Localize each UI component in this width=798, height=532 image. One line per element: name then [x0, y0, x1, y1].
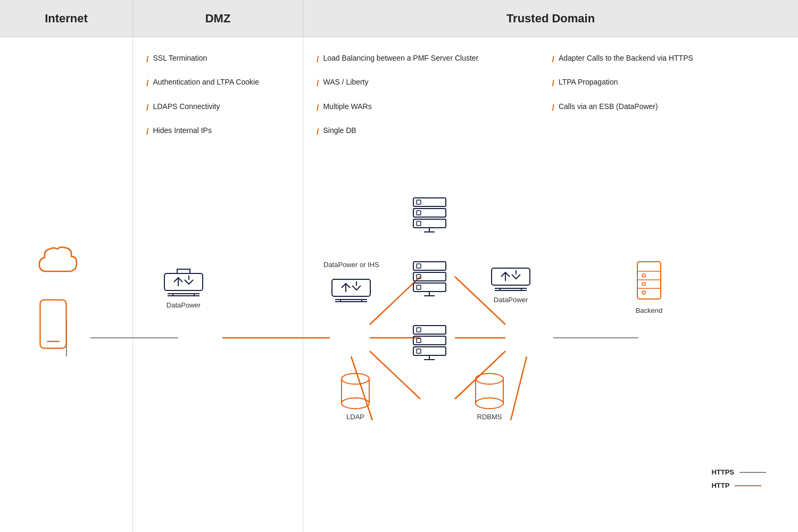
dmz-features: /SSL Termination/Authentication and LTPA…: [133, 37, 303, 138]
feature-text: LDAPS Connectivity: [153, 102, 220, 112]
svg-point-63: [476, 373, 503, 384]
svg-point-72: [642, 282, 645, 286]
ldap-container: LDAP: [339, 372, 371, 421]
server-bottom-icon: [412, 325, 447, 362]
svg-point-66: [476, 398, 503, 409]
svg-rect-67: [637, 262, 661, 299]
trusted-feature-item-right: /LTPA Propagation: [552, 77, 783, 89]
svg-rect-28: [413, 198, 446, 206]
datapower-ihs-icon: [330, 272, 372, 304]
svg-rect-41: [417, 285, 421, 289]
slash-icon: /: [146, 54, 148, 65]
server-mid-container: [412, 261, 447, 298]
server-top-container: [412, 197, 447, 234]
svg-rect-52: [492, 268, 530, 285]
trusted-feature-item-left: /Multiple WARs: [317, 102, 547, 114]
svg-rect-49: [417, 349, 421, 353]
header-dmz: DMZ: [133, 0, 303, 37]
trusted-features: /Load Balancing between a PMF Server Clu…: [303, 37, 798, 150]
feature-text: Hides Internal IPs: [153, 126, 212, 136]
svg-point-71: [642, 274, 645, 277]
slash-icon: /: [146, 102, 148, 114]
internet-label: Internet: [45, 12, 88, 26]
cloud-icon-container: [37, 245, 80, 279]
server-top-icon: [412, 197, 447, 234]
legend-http: HTTP: [711, 481, 766, 489]
trusted-feature-item-left: /WAS / Liberty: [317, 77, 547, 89]
slash-icon: /: [146, 78, 148, 89]
phone-icon: [35, 298, 72, 351]
svg-rect-40: [413, 283, 446, 292]
slash-icon: /: [317, 102, 319, 114]
slash-icon: /: [317, 126, 319, 138]
phone-icon-container: [35, 298, 72, 351]
trusted-features-right: /Adapter Calls to the Backend via HTTPS/…: [552, 53, 788, 150]
svg-rect-47: [417, 338, 421, 343]
svg-rect-31: [417, 211, 421, 215]
feature-text: Adapter Calls to the Backend via HTTPS: [559, 53, 693, 64]
rdbms-icon: [473, 372, 505, 410]
trusted-feature-item-right: /Calls via an ESB (DataPower): [552, 102, 783, 114]
trusted-feature-item-left: /Load Balancing between a PMF Server Clu…: [317, 53, 547, 65]
https-label: HTTPS: [711, 468, 734, 476]
header-row: Internet DMZ Trusted Domain: [0, 0, 798, 37]
feature-text: Load Balancing between a PMF Server Clus…: [323, 53, 478, 64]
trusted-label: Trusted Domain: [506, 12, 595, 26]
feature-text: SSL Termination: [153, 53, 207, 64]
zone-internet: [0, 37, 133, 532]
trusted-features-left: /Load Balancing between a PMF Server Clu…: [317, 53, 552, 150]
legend: HTTPS HTTP: [711, 468, 766, 489]
svg-point-59: [342, 373, 369, 384]
svg-rect-48: [413, 347, 446, 355]
datapower-trusted-icon: [489, 261, 532, 293]
svg-rect-38: [413, 272, 446, 281]
svg-rect-37: [417, 264, 421, 268]
dmz-feature-item: /Hides Internal IPs: [146, 126, 292, 138]
svg-rect-45: [417, 328, 421, 332]
legend-https: HTTPS: [711, 468, 766, 476]
feature-text: LTPA Propagation: [559, 77, 618, 88]
svg-point-62: [342, 398, 369, 409]
svg-rect-33: [417, 221, 421, 226]
feature-text: Single DB: [323, 126, 356, 136]
dmz-feature-item: /SSL Termination: [146, 53, 292, 65]
cloud-icon: [37, 245, 80, 279]
dmz-label: DMZ: [205, 12, 231, 26]
ldap-icon: [339, 372, 371, 410]
svg-rect-14: [164, 273, 203, 290]
trusted-feature-item-left: /Single DB: [317, 126, 547, 138]
datapower-dmz-container: DataPower: [162, 266, 205, 309]
rdbms-container: RDBMS: [473, 372, 505, 421]
header-trusted: Trusted Domain: [303, 0, 798, 37]
svg-rect-30: [413, 209, 446, 217]
slash-icon: /: [552, 102, 554, 114]
server-bottom-container: [412, 325, 447, 362]
svg-rect-29: [417, 200, 421, 204]
backend-label: Backend: [636, 306, 663, 314]
http-label: HTTP: [711, 481, 729, 489]
slash-icon: /: [552, 54, 554, 65]
slash-icon: /: [317, 78, 319, 89]
backend-icon: [633, 261, 665, 303]
dmz-feature-item: /Authentication and LTPA Cookie: [146, 77, 292, 89]
svg-rect-46: [413, 336, 446, 345]
server-mid-icon: [412, 261, 447, 298]
datapower-ihs-container: DataPower or IHS: [323, 261, 379, 304]
http-line: [735, 485, 761, 486]
feature-text: Calls via an ESB (DataPower): [559, 102, 658, 112]
svg-point-73: [642, 291, 645, 294]
svg-rect-44: [413, 326, 446, 334]
zone-dmz: /SSL Termination/Authentication and LTPA…: [133, 37, 303, 532]
slash-icon: /: [317, 54, 319, 65]
feature-text: WAS / Liberty: [323, 77, 368, 88]
dmz-feature-item: /LDAPS Connectivity: [146, 102, 292, 114]
main-area: /SSL Termination/Authentication and LTPA…: [0, 37, 798, 532]
ldap-label: LDAP: [346, 413, 364, 421]
header-internet: Internet: [0, 0, 133, 37]
trusted-feature-item-right: /Adapter Calls to the Backend via HTTPS: [552, 53, 783, 65]
feature-text: Multiple WARs: [323, 102, 371, 112]
slash-icon: /: [552, 78, 554, 89]
backend-container: Backend: [633, 261, 665, 314]
svg-rect-39: [417, 275, 421, 279]
datapower-trusted-label: DataPower: [494, 296, 528, 304]
